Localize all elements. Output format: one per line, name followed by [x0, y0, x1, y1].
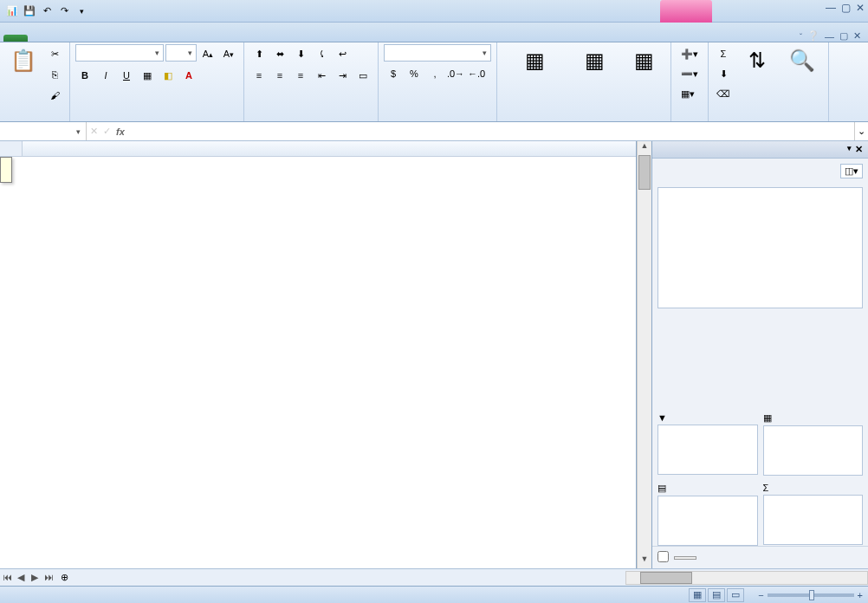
excel-icon[interactable]: 📊 [5, 4, 19, 18]
minimize-icon[interactable]: — [826, 2, 836, 14]
area-row-labels: ▤ [657, 481, 758, 546]
scroll-thumb[interactable] [638, 155, 651, 190]
mdi-minimize-icon[interactable]: — [825, 31, 834, 42]
align-bottom-icon[interactable]: ⬇ [291, 44, 310, 63]
group-clipboard: 📋 ✂ ⎘ 🖌 [0, 42, 70, 121]
format-painter-icon[interactable]: 🖌 [45, 86, 64, 105]
align-center-icon[interactable]: ≡ [270, 66, 289, 85]
underline-icon[interactable]: U [117, 66, 136, 85]
decrease-decimal-icon[interactable]: ←.0 [467, 64, 486, 83]
formula-expand-icon[interactable]: ⌄ [854, 122, 868, 140]
paste-button[interactable]: 📋 [5, 44, 42, 79]
field-list-box[interactable] [657, 187, 863, 308]
insert-button[interactable]: ➕ ▾ [677, 44, 703, 63]
fx-icon[interactable]: fx [116, 126, 125, 137]
first-sheet-icon[interactable]: ⏮ [0, 572, 14, 583]
save-icon[interactable]: 💾 [23, 4, 36, 18]
copy-icon[interactable]: ⎘ [45, 65, 64, 84]
grid-rows[interactable] [0, 157, 636, 568]
align-right-icon[interactable]: ≡ [291, 66, 310, 85]
values-area-icon: Σ [763, 483, 769, 493]
group-editing: Σ ⬇ ⌫ ⇅ 🔍 [709, 42, 829, 121]
qat-customize-icon[interactable]: ▾ [74, 4, 88, 18]
conditional-formatting-button[interactable]: ▦ [502, 44, 567, 79]
comma-icon[interactable]: , [425, 64, 444, 83]
hscroll-thumb[interactable] [640, 572, 692, 584]
fx-enter-icon[interactable]: ✓ [103, 126, 111, 137]
zoom-in-icon[interactable]: + [858, 590, 863, 600]
font-name-combo[interactable]: ▾ [75, 44, 164, 62]
merge-center-icon[interactable]: ▭ [353, 66, 372, 85]
restore-icon[interactable]: ▢ [841, 2, 851, 14]
cell-styles-icon: ▦ [630, 47, 657, 75]
mdi-close-icon[interactable]: ✕ [853, 30, 861, 42]
layout-options-icon[interactable]: ◫▾ [840, 164, 863, 178]
drag-hint-label [652, 404, 868, 411]
group-number: ▾ $ % , .0→ ←.0 [379, 42, 497, 121]
page-layout-view-icon[interactable]: ▤ [708, 588, 725, 602]
scroll-down-icon[interactable]: ▼ [638, 554, 651, 568]
format-as-table-button[interactable]: ▦ [570, 44, 619, 79]
find-select-button[interactable]: 🔍 [781, 44, 823, 79]
number-format-combo[interactable]: ▾ [384, 44, 491, 62]
group-cells: ➕ ▾ ➖ ▾ ▦ ▾ [671, 42, 709, 121]
help-icon[interactable]: ❔ [807, 30, 819, 42]
bold-icon[interactable]: B [75, 66, 94, 85]
defer-update-checkbox[interactable] [657, 551, 669, 564]
vertical-scrollbar[interactable]: ▲ ▼ [637, 141, 651, 568]
update-button[interactable] [674, 556, 696, 560]
pivot-field-list: ▾ ✕ ◫▾ ▼ ▦ ▤ Σ [651, 141, 868, 568]
cell-styles-button[interactable]: ▦ [622, 44, 665, 79]
clear-icon[interactable]: ⌫ [714, 84, 733, 103]
align-left-icon[interactable]: ≡ [249, 66, 269, 85]
panel-dropdown-icon[interactable]: ▾ [847, 144, 852, 155]
currency-icon[interactable]: $ [384, 64, 403, 83]
quick-access-toolbar: 📊 💾 ↶ ↷ ▾ [0, 4, 88, 18]
border-icon[interactable]: ▦ [138, 66, 157, 85]
undo-icon[interactable]: ↶ [40, 4, 54, 18]
fx-cancel-icon[interactable]: ✕ [90, 126, 98, 137]
close-icon[interactable]: ✕ [856, 2, 865, 14]
wrap-text-icon[interactable]: ↩ [333, 44, 352, 63]
percent-icon[interactable]: % [405, 64, 424, 83]
prev-sheet-icon[interactable]: ◀ [14, 572, 28, 583]
orientation-icon[interactable]: ⤹ [312, 44, 331, 63]
normal-view-icon[interactable]: ▦ [689, 588, 706, 602]
autosum-icon[interactable]: Σ [714, 44, 733, 63]
redo-icon[interactable]: ↷ [57, 4, 71, 18]
ribbon-minimize-icon[interactable]: ˇ [800, 32, 802, 41]
fill-icon[interactable]: ⬇ [714, 64, 733, 83]
area-values: Σ [763, 481, 864, 546]
format-button[interactable]: ▦ ▾ [677, 84, 699, 103]
next-sheet-icon[interactable]: ▶ [28, 572, 42, 583]
contextual-tab-header [660, 0, 712, 23]
font-size-combo[interactable]: ▾ [165, 44, 197, 62]
fill-color-icon[interactable]: ◧ [159, 66, 178, 85]
zoom-slider[interactable] [768, 593, 854, 597]
new-sheet-icon[interactable]: ⊕ [55, 572, 74, 583]
zoom-out-icon[interactable]: − [758, 590, 763, 600]
shrink-font-icon[interactable]: A▾ [219, 44, 238, 63]
horizontal-scrollbar[interactable] [625, 571, 868, 585]
decrease-indent-icon[interactable]: ⇤ [312, 66, 331, 85]
cut-icon[interactable]: ✂ [45, 44, 64, 63]
tab-file[interactable] [3, 35, 28, 42]
panel-close-icon[interactable]: ✕ [855, 144, 863, 155]
italic-icon[interactable]: I [96, 66, 115, 85]
mdi-restore-icon[interactable]: ▢ [839, 30, 848, 42]
name-box[interactable]: ▾ [0, 122, 87, 140]
increase-indent-icon[interactable]: ⇥ [333, 66, 352, 85]
align-top-icon[interactable]: ⬆ [249, 44, 269, 63]
align-middle-icon[interactable]: ⬌ [270, 44, 289, 63]
page-break-view-icon[interactable]: ▭ [727, 588, 744, 602]
scroll-up-icon[interactable]: ▲ [638, 141, 651, 155]
delete-button[interactable]: ➖ ▾ [677, 64, 703, 83]
font-color-icon[interactable]: A [179, 66, 198, 85]
grow-font-icon[interactable]: A▴ [198, 44, 217, 63]
sort-filter-button[interactable]: ⇅ [736, 44, 778, 79]
last-sheet-icon[interactable]: ⏭ [42, 572, 55, 583]
formula-input[interactable] [128, 122, 854, 140]
increase-decimal-icon[interactable]: .0→ [446, 64, 465, 83]
column-headers [0, 141, 636, 157]
select-all-corner[interactable] [0, 141, 23, 156]
